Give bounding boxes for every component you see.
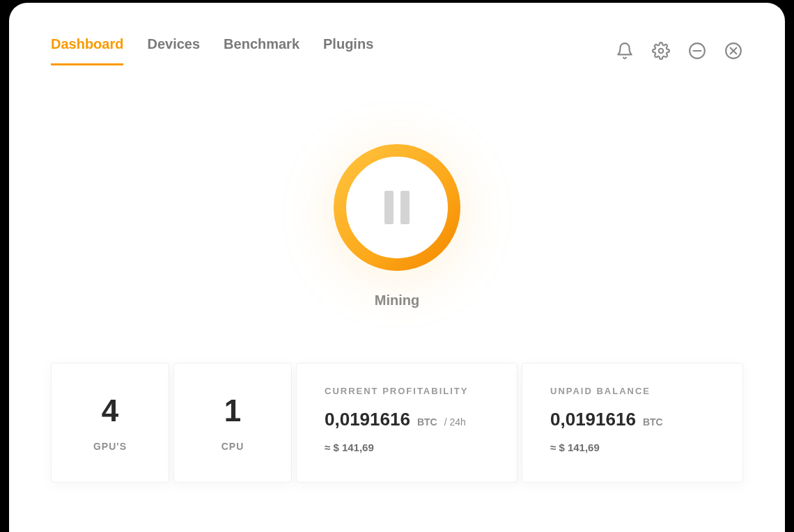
- mining-section: Mining: [51, 142, 743, 308]
- gpu-count-label: GPU'S: [93, 441, 127, 452]
- profitability-approx: ≈ $ 141,69: [325, 441, 489, 453]
- tab-benchmark[interactable]: Benchmark: [224, 36, 299, 65]
- profitability-title: CURRENT PROFITABILITY: [325, 386, 489, 396]
- topbar: Dashboard Devices Benchmark Plugins: [51, 36, 743, 65]
- stats-row: 4 GPU'S 1 CPU CURRENT PROFITABILITY 0,01…: [51, 363, 743, 483]
- mining-toggle-button[interactable]: [332, 142, 462, 273]
- cpu-count-label: CPU: [221, 441, 244, 452]
- balance-card: UNPAID BALANCE 0,0191616 BTC ≈ $ 141,69: [522, 363, 743, 483]
- tab-devices[interactable]: Devices: [147, 36, 200, 65]
- profitability-card: CURRENT PROFITABILITY 0,0191616 BTC / 24…: [296, 363, 517, 483]
- gpu-count-value: 4: [102, 393, 118, 428]
- app-window: Dashboard Devices Benchmark Plugins: [9, 3, 785, 532]
- pause-icon: [384, 191, 410, 224]
- mining-status-label: Mining: [375, 292, 419, 308]
- window-controls: [615, 41, 743, 61]
- svg-point-0: [659, 49, 664, 54]
- profitability-period: / 24h: [444, 416, 466, 428]
- balance-value: 0,0191616: [550, 409, 636, 430]
- close-icon[interactable]: [724, 41, 743, 61]
- profitability-unit: BTC: [417, 416, 437, 428]
- tab-plugins[interactable]: Plugins: [323, 36, 373, 65]
- balance-title: UNPAID BALANCE: [550, 386, 715, 396]
- bell-icon[interactable]: [615, 41, 635, 61]
- cpu-card: 1 CPU: [173, 363, 292, 483]
- tab-dashboard[interactable]: Dashboard: [51, 36, 123, 65]
- minimize-icon[interactable]: [687, 41, 707, 61]
- main-tabs: Dashboard Devices Benchmark Plugins: [51, 36, 373, 65]
- cpu-count-value: 1: [224, 393, 241, 428]
- profitability-value: 0,0191616: [325, 409, 410, 430]
- balance-approx: ≈ $ 141,69: [550, 441, 715, 453]
- gear-icon[interactable]: [651, 41, 671, 61]
- gpu-card: 4 GPU'S: [51, 363, 169, 483]
- balance-unit: BTC: [643, 416, 663, 428]
